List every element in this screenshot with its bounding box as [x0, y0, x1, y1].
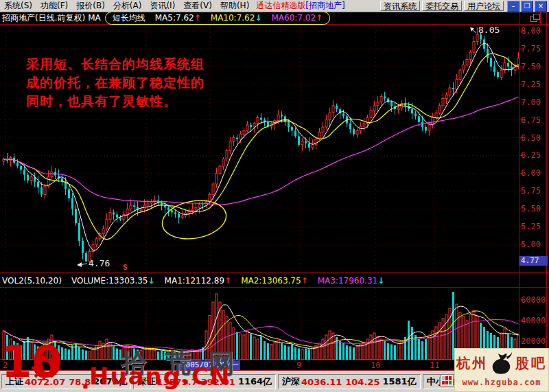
- price-tick-label-4: 7.00: [521, 97, 541, 107]
- volume-tick-label-0: 60000: [521, 295, 546, 305]
- index-segment-2[interactable]: 沪深4036.11104.251581亿: [278, 374, 421, 389]
- close-button[interactable]: ×: [535, 1, 547, 12]
- volume-tick-label-1: 40000: [521, 316, 546, 325]
- volume-ma-items: MA1:12112.89↑MA2:13063.75↑MA3:17960.31↓: [155, 276, 385, 286]
- price-tick-label-11: 5.25: [521, 222, 541, 231]
- up-arrow-icon: ↑: [301, 276, 308, 286]
- price-tick-label-1: 7.75: [521, 44, 541, 54]
- date-tick-label-2: 9: [296, 360, 301, 370]
- menu-items: 系统(S)功能(F)报价(B)分析(A)资讯(I)查看(V)帮助(H): [0, 0, 253, 12]
- indicator-label: MA: [88, 13, 101, 23]
- ma-legend-box: 短长均线 MA5:7.62↑MA10:7.62↓MA60:7.02↑: [105, 12, 330, 25]
- ma-legend-items: MA5:7.62↑MA10:7.62↓MA60:7.02↑: [145, 13, 323, 23]
- menu-item-6[interactable]: 帮助(H): [216, 0, 253, 12]
- volume-ma-legend-2: MA3:17960.31↓: [318, 276, 385, 286]
- ma-system-label: 短长均线: [113, 12, 145, 24]
- logo-url: www.hzguba.com: [455, 378, 548, 387]
- down-arrow-icon: ↓: [148, 276, 155, 286]
- chart-header: 招商地产(日线.前复权) MA 短长均线 MA5:7.62↑MA10:7.62↓…: [0, 12, 549, 24]
- price-tick-label-5: 6.75: [521, 115, 541, 125]
- low-price-marker: 4.76: [89, 258, 110, 268]
- menu-item-0[interactable]: 系统(S): [0, 0, 36, 12]
- toolbar-buttons: 资讯系统委托交易用户论坛: [378, 1, 504, 11]
- price-tick-label-8: 6.00: [521, 168, 541, 178]
- date-highlight: 2005/07/25/一: [180, 360, 240, 370]
- logo-text-left: 杭州: [456, 354, 488, 373]
- price-tick-label-2: 7.50: [521, 62, 541, 71]
- menu-item-4[interactable]: 资讯(I): [145, 0, 179, 12]
- volume-header: VOL2(5,10,20) VOLUME:13303.35↓ MA1:12112…: [0, 274, 517, 287]
- volume-value: VOLUME:13303.35↓: [71, 276, 155, 286]
- date-tick-label-0: 2: [3, 360, 8, 370]
- window-controls: –❐×: [506, 1, 547, 12]
- price-highlight: 4.77: [519, 256, 548, 266]
- toolbar-button-0[interactable]: 资讯系统: [380, 1, 420, 11]
- price-tick-label-0: 8.00: [521, 26, 541, 36]
- volume-indicator-label: VOL2(5,10,20): [2, 276, 62, 286]
- toolbar-button-1[interactable]: 委托交易: [422, 1, 462, 11]
- up-arrow-icon: ↑: [316, 13, 323, 23]
- volume-tick-label-2: 20000: [521, 336, 546, 346]
- app-stock-name: [招商地产]: [305, 0, 344, 12]
- ma-legend-0: MA5:7.62↑: [155, 13, 201, 23]
- ma-legend-1: MA10:7.62↓: [211, 13, 262, 23]
- price-tick-label-9: 5.75: [521, 186, 541, 196]
- instrument-title: 招商地产(日线.前复权): [2, 12, 85, 24]
- minimize-button[interactable]: –: [507, 1, 519, 12]
- up-arrow-icon: ↑: [224, 276, 231, 286]
- tdx-app-window: { "menubar": { "menus": ["系统(S)", "功能(F)…: [0, 0, 549, 392]
- annotation-line: 同时，也具有了灵敏性。: [26, 92, 205, 111]
- index-segment-1[interactable]: 深证13579.7392.011164亿: [133, 374, 276, 389]
- date-tick-label-3: 10: [371, 360, 380, 370]
- app-title: 通达信精选版: [256, 0, 305, 12]
- market-heat-icon[interactable]: [440, 374, 454, 387]
- annotation-line: 成的价托，在兼顾了稳定性的: [26, 73, 205, 92]
- logo-text-right: 股吧: [515, 354, 547, 373]
- menu-item-1[interactable]: 功能(F): [36, 0, 72, 12]
- price-tick-label-7: 6.25: [521, 150, 541, 160]
- price-tick-label-3: 7.25: [521, 80, 541, 89]
- restore-button[interactable]: ❐: [521, 1, 533, 12]
- date-tick-label-4: 11: [430, 360, 439, 370]
- bull-icon: [489, 351, 514, 376]
- down-arrow-icon: ↓: [255, 13, 261, 23]
- high-price-marker: 8.05: [478, 25, 500, 35]
- toolbar-button-2[interactable]: 用户论坛: [464, 1, 504, 11]
- sell-signal-marker: S: [123, 263, 128, 272]
- menu-item-2[interactable]: 报价(B): [72, 0, 109, 12]
- menu-bar: 系统(S)功能(F)报价(B)分析(A)资讯(I)查看(V)帮助(H) 通达信精…: [0, 0, 549, 12]
- tutorial-annotation: 采用短、长结合的均线系统组 成的价托，在兼顾了稳定性的 同时，也具有了灵敏性。: [26, 55, 205, 111]
- menu-item-5[interactable]: 查看(V): [179, 0, 216, 12]
- index-segment-0[interactable]: 上证4072.0778.82079亿: [1, 374, 131, 389]
- volume-ma-legend-0: MA1:12112.89↑: [165, 276, 232, 286]
- up-arrow-icon: ↑: [194, 13, 201, 23]
- price-tick-label-10: 5.50: [521, 204, 541, 214]
- volume-ma-legend-1: MA2:13063.75↑: [241, 276, 308, 286]
- annotation-line: 采用短、长结合的均线系统组: [26, 55, 205, 73]
- ma-legend-2: MA60:7.02↑: [271, 13, 323, 23]
- date-tick-label-1: 7: [141, 360, 146, 370]
- price-tick-label-12: 5.00: [521, 240, 541, 249]
- down-arrow-icon: ↓: [377, 276, 384, 286]
- hzguba-logo: 杭州 股吧 www.hzguba.com: [454, 348, 549, 392]
- price-tick-label-6: 6.50: [521, 133, 541, 143]
- multi-window-icon[interactable]: [530, 14, 539, 22]
- menu-item-3[interactable]: 分析(A): [109, 0, 146, 12]
